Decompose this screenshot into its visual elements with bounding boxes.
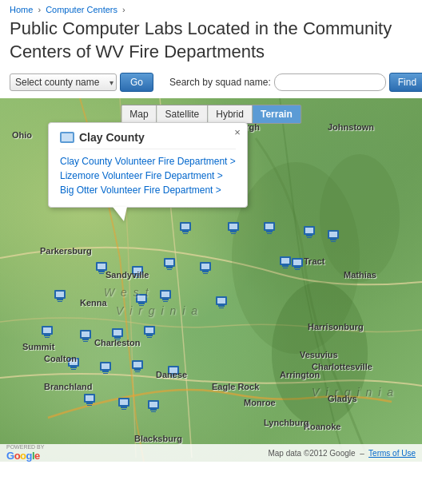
map-marker[interactable]: [84, 394, 97, 404]
go-button[interactable]: Go: [120, 73, 153, 92]
breadcrumb: Home › Computer Centers ›: [10, 5, 412, 14]
map-marker[interactable]: [328, 230, 340, 240]
controls-bar: Select county name Go Search by squad na…: [0, 73, 422, 98]
breadcrumb-sep2: ›: [122, 5, 125, 14]
map-marker[interactable]: [200, 262, 213, 272]
breadcrumb-sep1: ›: [38, 5, 41, 14]
map-marker[interactable]: [280, 256, 293, 267]
map-marker[interactable]: [132, 360, 145, 371]
map-marker[interactable]: [216, 296, 229, 307]
label-eagle-rock: Eagle Rock: [212, 382, 259, 391]
map-type-satellite[interactable]: Satellite: [157, 105, 209, 123]
page-header: Home › Computer Centers › Public Compute…: [0, 0, 422, 73]
map-type-hybrid[interactable]: Hybrid: [208, 105, 253, 123]
info-popup: × Clay County Clay County Volunteer Fire…: [48, 122, 248, 208]
map-marker[interactable]: [160, 290, 173, 300]
map-data-text: Map data ©2012 Google: [268, 449, 355, 458]
map-marker[interactable]: [164, 258, 177, 268]
label-ohio: Ohio: [12, 130, 32, 140]
map-type-terrain[interactable]: Terrain: [253, 105, 301, 123]
label-johnstown: Johnstown: [328, 122, 374, 132]
label-west-virginia: W e s t: [104, 286, 150, 299]
label-lynchburg: Lynchburg: [264, 418, 309, 427]
popup-link-2[interactable]: Lizemore Volunteer Fire Department >: [60, 170, 236, 181]
label-virginia: V i r g i n i a: [116, 304, 199, 317]
popup-title: Clay County: [60, 131, 236, 149]
label-coalton: Coalton: [44, 354, 77, 363]
label-kenna: Kenna: [80, 298, 107, 308]
label-summit: Summit: [22, 342, 54, 351]
county-select-wrapper: Select county name Go: [10, 73, 153, 92]
map-type-buttons: Map Satellite Hybrid Terrain: [121, 105, 301, 124]
map-marker[interactable]: [100, 362, 113, 372]
label-tract: Tract: [304, 256, 324, 266]
search-row: Search by squad name: Find: [169, 73, 422, 92]
county-select[interactable]: Select county name: [10, 73, 117, 91]
breadcrumb-parent[interactable]: Computer Centers: [46, 5, 117, 14]
map-marker[interactable]: [148, 400, 161, 411]
map-marker[interactable]: [180, 222, 193, 232]
powered-by: POWERED BY Google: [6, 444, 44, 462]
map-data-copyright: Map data ©2012 Google – Terms of Use: [268, 449, 416, 458]
breadcrumb-home[interactable]: Home: [10, 5, 33, 14]
label-sandyville: Sandyville: [106, 270, 149, 280]
label-charlottesville: Charlottesville: [312, 362, 372, 371]
map-type-map[interactable]: Map: [121, 105, 157, 123]
map-marker[interactable]: [304, 226, 316, 236]
label-blacksburg: Blacksburg: [134, 434, 182, 443]
svg-point-2: [320, 154, 400, 282]
popup-county-name: Clay County: [79, 131, 145, 144]
county-select-container: Select county name: [10, 73, 117, 91]
map-marker[interactable]: [80, 330, 93, 340]
label-mathias: Mathias: [344, 270, 376, 280]
label-harrisonburg: Harrisonburg: [308, 322, 364, 331]
label-branchland: Branchland: [44, 382, 93, 391]
map-marker[interactable]: [228, 222, 241, 232]
search-label: Search by squad name:: [169, 77, 271, 88]
label-parkersburg: Parkersburg: [40, 246, 92, 256]
label-vesuvius: Vesuvius: [300, 350, 338, 359]
map-footer: POWERED BY Google Map data ©2012 Google …: [0, 444, 422, 462]
google-logo: Google: [6, 450, 40, 462]
map-marker[interactable]: [292, 258, 305, 268]
label-charleston: Charleston: [94, 338, 140, 347]
label-danese: Danese: [156, 370, 187, 379]
powered-by-text: POWERED BY: [6, 444, 44, 450]
popup-link-3[interactable]: Big Otter Volunteer Fire Department >: [60, 185, 236, 196]
map-marker[interactable]: [118, 398, 131, 408]
label-gladys: Gladys: [328, 394, 357, 403]
popup-link-1[interactable]: Clay County Volunteer Fire Department >: [60, 156, 236, 167]
page-title: Public Computer Labs Located in the Comm…: [10, 18, 412, 63]
map-marker[interactable]: [54, 290, 67, 300]
label-monroe: Monroe: [244, 398, 276, 407]
search-input[interactable]: [274, 73, 386, 91]
popup-close-button[interactable]: ×: [234, 127, 241, 137]
terms-of-use-link[interactable]: Terms of Use: [368, 449, 416, 458]
map-marker[interactable]: [144, 326, 157, 336]
popup-monitor-icon: [60, 132, 74, 143]
label-arrington: Arrington: [280, 370, 320, 379]
label-roanoke: Roanoke: [304, 422, 340, 431]
map-container[interactable]: Map Satellite Hybrid Terrain × Clay Coun…: [0, 98, 422, 462]
map-marker[interactable]: [42, 326, 54, 336]
map-marker[interactable]: [264, 222, 277, 232]
find-button[interactable]: Find: [389, 73, 422, 92]
